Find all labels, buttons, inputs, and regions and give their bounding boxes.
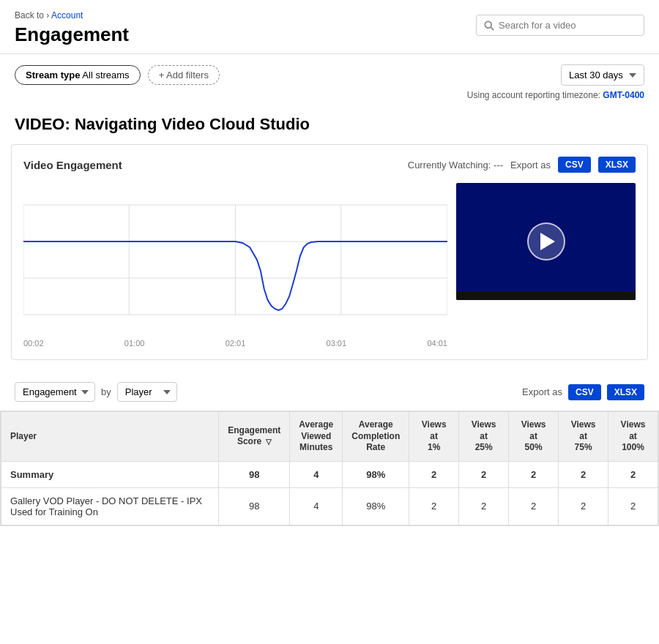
table-export-label: Export as (522, 386, 562, 397)
breadcrumb: Back to › Account (15, 10, 129, 20)
row-engagement-score: 98 (219, 487, 290, 525)
x-label-0: 00:02 (23, 339, 44, 348)
table-row-summary: Summary 98 4 98% 2 2 2 2 2 (1, 461, 658, 487)
row-player: Gallery VOD Player - DO NOT DELETE - IPX… (1, 487, 219, 525)
summary-avg-completion-rate: 98% (343, 461, 409, 487)
account-link[interactable]: Account (51, 10, 83, 20)
table-export-xlsx-button[interactable]: XLSX (607, 384, 644, 400)
timezone-row: Using account reporting timezone: GMT-04… (0, 90, 659, 108)
summary-engagement-score: 98 (219, 461, 290, 487)
table-controls: Engagement Views Minutes by Player Count… (0, 373, 659, 411)
x-label-1: 01:00 (124, 339, 145, 348)
play-button[interactable] (527, 222, 565, 261)
summary-views-100: 2 (608, 461, 658, 487)
currently-watching: Currently Watching: --- (408, 160, 503, 171)
col-engagement-score[interactable]: EngagementScore ▽ (219, 412, 290, 462)
engagement-chart: 0 1 2 00:02 01:00 02:01 03:01 04:01 (23, 183, 447, 348)
by-label: by (101, 386, 111, 397)
row-views-25: 2 (459, 487, 509, 525)
summary-player: Summary (1, 461, 219, 487)
row-views-1: 2 (409, 487, 459, 525)
chart-title: Video Engagement (23, 159, 122, 171)
engagement-table: Player EngagementScore ▽ AverageViewedMi… (1, 411, 658, 525)
x-label-4: 04:01 (427, 339, 447, 348)
row-views-100: 2 (608, 487, 658, 525)
table-export-csv-button[interactable]: CSV (568, 384, 601, 400)
col-views-1: Views at1% (409, 412, 459, 462)
x-label-3: 03:01 (327, 339, 347, 348)
summary-views-50: 2 (509, 461, 559, 487)
svg-point-0 (485, 21, 491, 28)
add-filter-button[interactable]: + Add filters (148, 65, 220, 85)
chart-export-xlsx-button[interactable]: XLSX (598, 157, 636, 173)
col-views-75: Views at75% (559, 412, 608, 462)
video-title: VIDEO: Navigating Video Cloud Studio (15, 115, 644, 134)
video-thumbnail[interactable] (456, 183, 636, 300)
summary-views-1: 2 (409, 461, 459, 487)
summary-views-25: 2 (459, 461, 509, 487)
chart-card: Video Engagement Currently Watching: ---… (11, 144, 648, 360)
data-table-wrapper: Player EngagementScore ▽ AverageViewedMi… (0, 411, 659, 526)
col-views-50: Views at50% (509, 412, 559, 462)
col-avg-viewed-minutes: AverageViewedMinutes (290, 412, 343, 462)
col-views-25: Views at25% (459, 412, 509, 462)
col-views-100: Views at100% (608, 412, 658, 462)
col-player: Player (1, 412, 219, 462)
play-icon (540, 233, 555, 250)
dimension-select[interactable]: Engagement Views Minutes (15, 382, 95, 402)
search-input[interactable] (499, 20, 636, 31)
date-range-select[interactable]: Last 30 days Last 7 days Last 90 days Cu… (561, 64, 644, 86)
search-box (476, 15, 644, 36)
row-views-75: 2 (559, 487, 608, 525)
summary-avg-viewed-minutes: 4 (290, 461, 343, 487)
filters-row: Stream type All streams + Add filters La… (0, 54, 659, 90)
video-progress-bar (456, 291, 636, 300)
row-avg-completion-rate: 98% (343, 487, 409, 525)
group-by-select[interactable]: Player Country Device (117, 382, 177, 402)
timezone-link[interactable]: GMT-0400 (603, 90, 644, 100)
page-title: Engagement (15, 23, 129, 46)
chart-export-csv-button[interactable]: CSV (558, 157, 591, 173)
col-avg-completion-rate: AverageCompletionRate (343, 412, 409, 462)
chart-export-label: Export as (510, 160, 551, 171)
search-icon (484, 20, 494, 31)
table-row: Gallery VOD Player - DO NOT DELETE - IPX… (1, 487, 658, 525)
svg-line-1 (491, 27, 494, 30)
x-label-2: 02:01 (226, 339, 246, 348)
row-views-50: 2 (509, 487, 559, 525)
row-avg-viewed-minutes: 4 (290, 487, 343, 525)
stream-type-filter[interactable]: Stream type All streams (15, 65, 141, 85)
summary-views-75: 2 (559, 461, 608, 487)
